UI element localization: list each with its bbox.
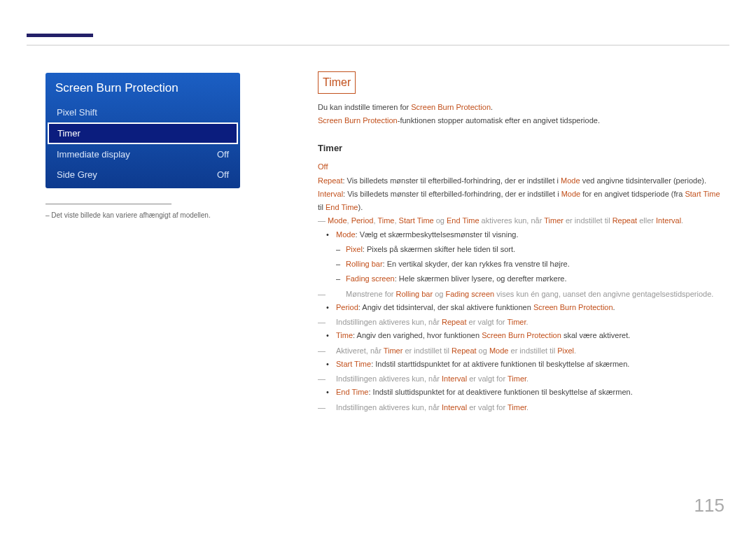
list-item-mode: Mode: Vælg et skærmbeskyttelsesmønster t… xyxy=(336,228,727,241)
right-column: Timer Du kan indstille timeren for Scree… xyxy=(318,71,727,414)
interval-line: Interval: Vis billedets mønster til efte… xyxy=(318,188,727,215)
left-column: Screen Burn Protection Pixel Shift Timer… xyxy=(46,73,240,219)
bullet-list: Start Time: Indstil starttidspunktet for… xyxy=(318,358,727,371)
list-item-rolling-bar: Rolling bar: En vertikal skyder, der kan… xyxy=(346,258,727,271)
menu-item-side-grey[interactable]: Side Grey Off xyxy=(46,164,240,188)
list-item-pixel: Pixel: Pixels på skærmen skifter hele ti… xyxy=(346,243,727,256)
section-title: Timer xyxy=(318,71,356,94)
menu-item-immediate-display[interactable]: Immediate display Off xyxy=(46,144,240,164)
menu-item-value: Off xyxy=(217,169,229,180)
bullet-list: Mode: Vælg et skærmbeskyttelsesmønster t… xyxy=(318,228,727,241)
intro-line-1: Du kan indstille timeren for Screen Burn… xyxy=(318,101,727,114)
list-item-period: Period: Angiv det tidsinterval, der skal… xyxy=(336,301,727,314)
menu-item-label: Pixel Shift xyxy=(57,107,97,118)
menu-item-pixel-shift[interactable]: Pixel Shift xyxy=(46,102,240,122)
list-item-end-time: End Time: Indstil sluttidspunktet for at… xyxy=(336,386,727,399)
footnote-text: – Det viste billede kan variere afhængig… xyxy=(46,211,240,219)
bullet-list: End Time: Indstil sluttidspunktet for at… xyxy=(318,386,727,399)
list-item-fading-screen: Fading screen: Hele skærmen bliver lyser… xyxy=(346,272,727,286)
bullet-sublist: Pixel: Pixels på skærmen skifter hele ti… xyxy=(318,243,727,286)
menu-item-value: Off xyxy=(217,149,229,160)
menu-title: Screen Burn Protection xyxy=(46,73,240,102)
menu-item-timer[interactable]: Timer xyxy=(48,122,238,144)
sub-section-title: Timer xyxy=(318,141,727,157)
note-activation: Mode, Period, Time, Start Time og End Ti… xyxy=(318,214,727,227)
note-patterns: Mønstrene for Rolling bar og Fading scre… xyxy=(318,288,727,301)
header-divider xyxy=(27,45,729,45)
bullet-list: Period: Angiv det tidsinterval, der skal… xyxy=(318,301,727,314)
note-time: Aktiveret, når Timer er indstillet til R… xyxy=(318,344,727,358)
list-item-start-time: Start Time: Indstil starttidspunktet for… xyxy=(336,358,727,371)
note-end-time: Indstillingen aktiveres kun, når Interva… xyxy=(318,401,727,414)
list-item-time: Time: Angiv den varighed, hvor funktione… xyxy=(336,329,727,342)
header-accent-bar xyxy=(27,34,93,37)
page-number: 115 xyxy=(694,495,724,517)
bullet-list: Time: Angiv den varighed, hvor funktione… xyxy=(318,329,727,342)
intro-line-2: Screen Burn Protection-funktionen stoppe… xyxy=(318,114,727,127)
footnote-divider xyxy=(46,204,172,204)
menu-item-label: Immediate display xyxy=(57,149,130,160)
off-label: Off xyxy=(318,160,727,174)
menu-item-label: Side Grey xyxy=(57,169,97,180)
menu-item-label: Timer xyxy=(57,128,80,139)
repeat-line: Repeat: Vis billedets mønster til efterb… xyxy=(318,174,727,188)
note-period: Indstillingen aktiveres kun, når Repeat … xyxy=(318,316,727,329)
menu-screen-burn-protection: Screen Burn Protection Pixel Shift Timer… xyxy=(46,73,240,188)
note-start-time: Indstillingen aktiveres kun, når Interva… xyxy=(318,372,727,386)
